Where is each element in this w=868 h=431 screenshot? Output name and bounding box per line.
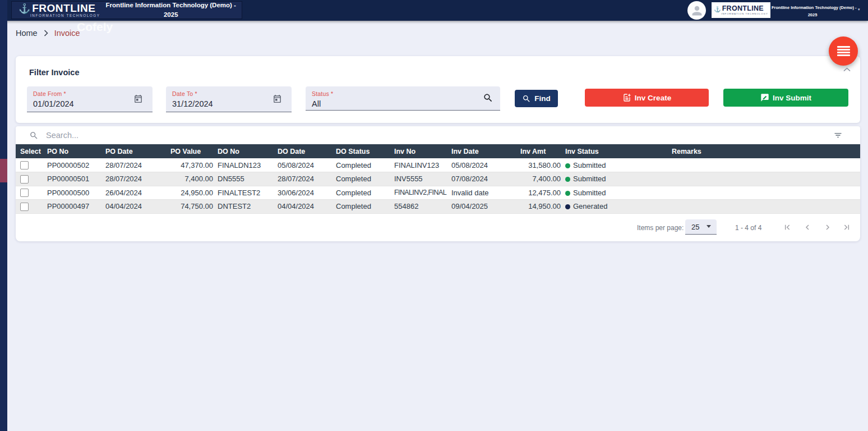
status-dot <box>565 177 570 182</box>
cell-inv-no: FINALINV2,FINAL <box>390 186 447 200</box>
cell-do-status: Completed <box>331 158 390 172</box>
first-page-icon[interactable] <box>783 223 792 232</box>
status-field[interactable]: Status * All <box>306 86 500 111</box>
date-from-label: Date From * <box>33 90 66 97</box>
cell-po-date: 26/04/2024 <box>101 186 166 200</box>
cell-do-date: 05/08/2024 <box>273 158 331 172</box>
status-text: Submitted <box>573 189 606 197</box>
app-title: Frontline Information Technology (Demo) … <box>100 1 242 19</box>
table-row[interactable]: PP00000502 28/07/2024 47,370.00 FINALDN1… <box>16 158 860 172</box>
menu-fab-button[interactable] <box>829 36 858 66</box>
cell-do-no: FINALDN123 <box>213 158 273 172</box>
inv-submit-button[interactable]: Inv Submit <box>723 89 848 107</box>
status-dot <box>565 204 570 209</box>
find-button-label: Find <box>534 94 551 103</box>
user-avatar[interactable] <box>687 1 706 20</box>
collapse-panel-chevron-icon[interactable] <box>843 67 851 72</box>
table-header: Select PO No PO Date PO Value DO No DO D… <box>16 144 860 158</box>
last-page-icon[interactable] <box>842 223 851 232</box>
date-to-value[interactable]: 31/12/2024 <box>172 99 213 108</box>
col-inv-no: Inv No <box>390 144 447 158</box>
status-value[interactable]: All <box>312 99 321 108</box>
col-do-date: DO Date <box>273 144 331 158</box>
inv-submit-button-label: Inv Submit <box>773 94 811 102</box>
table-row[interactable]: PP00000497 04/04/2024 74,750.00 DNTEST2 … <box>16 200 860 214</box>
cell-inv-status: Submitted <box>561 172 667 186</box>
date-to-label: Date To * <box>172 90 197 97</box>
items-per-page-label: Items per page: <box>637 224 684 232</box>
top-header: ⚓ FRONTLINE INFORMATION TECHNOLOGY Front… <box>0 0 868 21</box>
cell-po-no: PP00000500 <box>43 186 101 200</box>
cell-inv-date: 05/08/2024 <box>447 158 516 172</box>
col-po-value: PO Value <box>166 144 213 158</box>
cell-do-status: Completed <box>331 200 390 214</box>
breadcrumb-chevron-icon <box>44 30 48 36</box>
status-dot <box>565 163 570 168</box>
filter-list-icon[interactable] <box>833 131 843 140</box>
brand-name-right: FRONTLINE <box>722 5 764 12</box>
collapsed-sidebar[interactable] <box>0 0 7 431</box>
cell-po-value: 7,400.00 <box>166 172 213 186</box>
brand-subtitle: INFORMATION TECHNOLOGY <box>30 14 100 17</box>
inv-create-button-label: Inv Create <box>635 94 671 102</box>
cell-inv-date: 09/04/2025 <box>447 200 516 214</box>
cell-do-no: DNTEST2 <box>213 200 273 214</box>
cell-do-date: 30/06/2024 <box>273 186 331 200</box>
row-checkbox[interactable] <box>20 189 29 197</box>
brand-box-right: ⚓ FRONTLINE INFORMATION TECHNOLOGY <box>712 2 770 18</box>
row-checkbox[interactable] <box>20 161 29 169</box>
col-inv-amt: Inv Amt <box>516 144 561 158</box>
next-page-icon[interactable] <box>823 223 832 232</box>
cell-inv-no: INV5555 <box>390 172 447 186</box>
cell-do-status: Completed <box>331 186 390 200</box>
cell-remarks <box>667 200 860 214</box>
page-range-label: 1 - 4 of 4 <box>735 224 761 232</box>
sidebar-active-item[interactable] <box>0 159 7 182</box>
col-do-status: DO Status <box>331 144 390 158</box>
cell-do-no: FINALTEST2 <box>213 186 273 200</box>
calendar-icon[interactable] <box>273 94 282 104</box>
cell-inv-date: Invalid date <box>447 186 516 200</box>
cell-po-no: PP00000501 <box>43 172 101 186</box>
col-select: Select <box>16 144 43 158</box>
paginator: Items per page: 25 1 - 4 of 4 <box>16 213 860 241</box>
person-icon <box>690 4 704 17</box>
search-icon <box>29 131 39 140</box>
col-po-date: PO Date <box>101 144 166 158</box>
row-checkbox[interactable] <box>20 203 29 211</box>
breadcrumb-home[interactable]: Home <box>16 29 38 38</box>
date-from-field[interactable]: Date From * 01/01/2024 <box>27 86 153 112</box>
cell-do-status: Completed <box>331 172 390 186</box>
find-button[interactable]: Find <box>515 90 558 107</box>
date-to-field[interactable]: Date To * 31/12/2024 <box>166 86 292 112</box>
watermark: Cofely <box>77 20 113 34</box>
brand-box[interactable]: ⚓ FRONTLINE INFORMATION TECHNOLOGY Front… <box>11 1 242 19</box>
search-icon[interactable] <box>483 93 493 103</box>
items-per-page-select[interactable]: 25 <box>685 219 717 235</box>
search-input[interactable] <box>46 129 719 142</box>
cell-inv-status: Submitted <box>561 186 667 200</box>
previous-page-icon[interactable] <box>803 223 812 232</box>
table-row[interactable]: PP00000501 28/07/2024 7,400.00 DN5555 28… <box>16 172 860 186</box>
status-label: Status * <box>312 90 333 97</box>
items-per-page-value: 25 <box>691 223 699 231</box>
cell-remarks <box>667 172 860 186</box>
cell-inv-amt: 12,475.00 <box>516 186 561 200</box>
cell-inv-amt: 31,580.00 <box>516 158 561 172</box>
cell-inv-no: FINALINV123 <box>390 158 447 172</box>
chevron-down-icon[interactable]: ▾ <box>858 7 860 12</box>
row-checkbox[interactable] <box>20 175 29 184</box>
filter-invoice-panel: Filter Invoice Date From * 01/01/2024 Da… <box>16 56 860 123</box>
frontline-logo: ⚓ FRONTLINE INFORMATION TECHNOLOGY <box>19 3 100 17</box>
table-row[interactable]: PP00000500 26/04/2024 24,950.00 FINALTES… <box>16 186 860 200</box>
cell-po-date: 04/04/2024 <box>101 200 166 214</box>
breadcrumb-current: Invoice <box>54 29 80 38</box>
search-icon <box>522 94 531 103</box>
calendar-icon[interactable] <box>133 94 143 104</box>
cell-inv-date: 07/08/2024 <box>447 172 516 186</box>
cell-do-no: DN5555 <box>213 172 273 186</box>
inv-create-button[interactable]: Inv Create <box>585 89 709 107</box>
anchor-icon: ⚓ <box>19 4 30 13</box>
cell-po-value: 24,950.00 <box>166 186 213 200</box>
date-from-value[interactable]: 01/01/2024 <box>33 99 74 108</box>
